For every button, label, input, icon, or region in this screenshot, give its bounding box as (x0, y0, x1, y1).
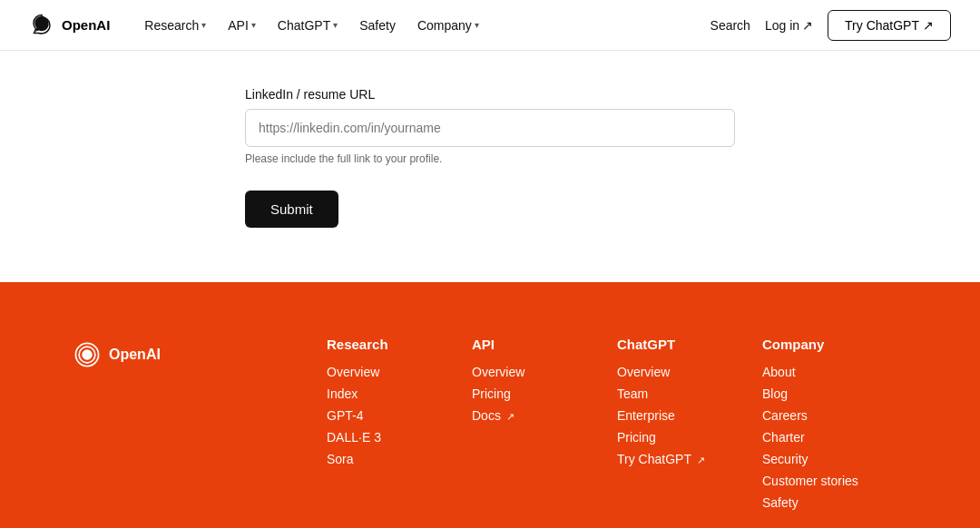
external-link-icon: ↗ (506, 411, 514, 422)
footer-company-title: Company (762, 337, 907, 352)
footer-link-chatgpt-pricing[interactable]: Pricing (617, 430, 762, 445)
footer-chatgpt-title: ChatGPT (617, 337, 762, 352)
footer-link-company-customer-stories[interactable]: Customer stories (762, 474, 907, 488)
footer-col-company: Company About Blog Careers Charter Secur… (762, 337, 907, 517)
footer-link-research-overview[interactable]: Overview (327, 365, 472, 379)
footer-logo[interactable]: OpenAI (73, 340, 161, 369)
footer-link-company-careers[interactable]: Careers (762, 408, 907, 423)
nav-item-chatgpt[interactable]: ChatGPT ▾ (269, 13, 347, 38)
nav-items: Research ▾ API ▾ ChatGPT ▾ Safety Compan… (135, 13, 487, 38)
footer-link-company-blog[interactable]: Blog (762, 386, 907, 401)
external-link-icon: ↗ (923, 18, 934, 33)
try-chatgpt-button[interactable]: Try ChatGPT ↗ (828, 10, 951, 41)
footer-research-title: Research (327, 337, 472, 352)
footer-link-research-index[interactable]: Index (327, 386, 472, 401)
footer-link-research-dalle3[interactable]: DALL·E 3 (327, 430, 472, 445)
footer-logo-text: OpenAI (109, 347, 161, 363)
footer-link-research-sora[interactable]: Sora (327, 452, 472, 466)
footer-col-research: Research Overview Index GPT-4 DALL·E 3 S… (327, 337, 472, 517)
footer-link-chatgpt-team[interactable]: Team (617, 386, 762, 401)
nav-item-safety[interactable]: Safety (350, 13, 405, 38)
submit-button[interactable]: Submit (245, 191, 338, 228)
footer-link-api-docs[interactable]: Docs ↗ (472, 408, 617, 423)
footer-link-api-overview[interactable]: Overview (472, 365, 617, 379)
login-button[interactable]: Log in ↗ (765, 18, 813, 33)
navbar-logo[interactable]: OpenAI (29, 13, 110, 38)
chevron-down-icon: ▾ (475, 20, 479, 30)
footer-link-company-about[interactable]: About (762, 365, 907, 379)
footer-openai-logo-icon (73, 340, 102, 369)
nav-item-company[interactable]: Company ▾ (408, 13, 488, 38)
footer-link-company-charter[interactable]: Charter (762, 430, 907, 445)
navbar: OpenAI Research ▾ API ▾ ChatGPT ▾ Safety… (0, 0, 980, 51)
footer-api-title: API (472, 337, 617, 352)
footer-link-chatgpt-enterprise[interactable]: Enterprise (617, 408, 762, 423)
footer-col-api: API Overview Pricing Docs ↗ (472, 337, 617, 517)
linkedin-url-label: LinkedIn / resume URL (245, 87, 735, 102)
openai-logo-icon (29, 13, 54, 38)
nav-item-research[interactable]: Research ▾ (135, 13, 215, 38)
footer-link-chatgpt-try[interactable]: Try ChatGPT ↗ (617, 452, 762, 466)
navbar-logo-text: OpenAI (62, 17, 110, 33)
footer-columns: Research Overview Index GPT-4 DALL·E 3 S… (327, 337, 907, 517)
footer-inner: OpenAI Research Overview Index GPT-4 DAL… (73, 337, 907, 517)
external-link-icon: ↗ (697, 455, 705, 465)
footer-link-company-security[interactable]: Security (762, 452, 907, 466)
chevron-down-icon: ▾ (251, 20, 256, 30)
form-helper-text: Please include the full link to your pro… (245, 152, 735, 165)
linkedin-form-section: LinkedIn / resume URL Please include the… (245, 87, 735, 228)
footer-link-company-safety[interactable]: Safety (762, 495, 907, 510)
external-link-icon: ↗ (802, 18, 813, 33)
nav-item-api[interactable]: API ▾ (219, 13, 265, 38)
navbar-left: OpenAI Research ▾ API ▾ ChatGPT ▾ Safety… (29, 13, 488, 38)
footer-logo-col: OpenAI (73, 337, 327, 517)
chevron-down-icon: ▾ (333, 20, 338, 30)
footer-col-chatgpt: ChatGPT Overview Team Enterprise Pricing… (617, 337, 762, 517)
linkedin-url-input[interactable] (245, 109, 735, 147)
footer-link-api-pricing[interactable]: Pricing (472, 386, 617, 401)
chevron-down-icon: ▾ (201, 20, 206, 30)
footer-link-research-gpt4[interactable]: GPT-4 (327, 408, 472, 423)
footer-link-chatgpt-overview[interactable]: Overview (617, 365, 762, 379)
footer: OpenAI Research Overview Index GPT-4 DAL… (0, 282, 980, 528)
search-button[interactable]: Search (710, 18, 750, 33)
navbar-right: Search Log in ↗ Try ChatGPT ↗ (710, 10, 951, 41)
main-content: LinkedIn / resume URL Please include the… (0, 51, 980, 282)
